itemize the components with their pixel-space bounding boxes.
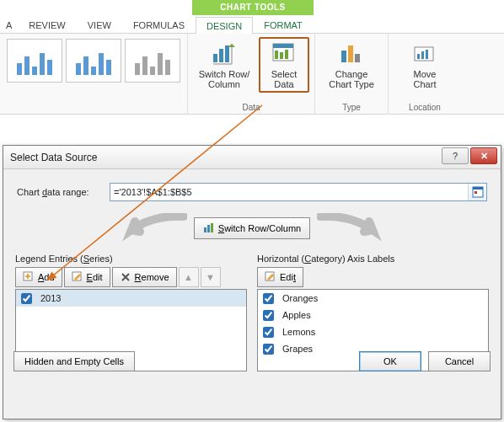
move-chart-button[interactable]: Move Chart bbox=[394, 37, 456, 93]
ribbon-tabs: A REVIEW VIEW FORMULAS DESIGN FORMAT bbox=[0, 15, 504, 34]
tab-truncated[interactable]: A bbox=[0, 16, 18, 33]
edit-icon bbox=[265, 271, 276, 283]
switch-row-column-label: Switch Row/ Column bbox=[199, 69, 250, 89]
edit-label: Edit bbox=[87, 272, 103, 282]
remove-label: Remove bbox=[135, 272, 169, 282]
change-chart-type-icon bbox=[338, 40, 365, 67]
chart-range-row: Chart data range: bbox=[17, 183, 487, 201]
legend-entries-title: Legend Entries (Series) bbox=[15, 254, 247, 264]
remove-series-button[interactable]: Remove bbox=[112, 267, 177, 287]
category-row[interactable]: Apples bbox=[258, 307, 488, 323]
add-label: Add bbox=[38, 272, 55, 282]
series-name: 2013 bbox=[40, 293, 61, 303]
svg-rect-1 bbox=[219, 49, 223, 62]
switch-row-column-button[interactable]: Switch Row/ Column bbox=[193, 37, 255, 93]
svg-rect-6 bbox=[280, 52, 283, 59]
tab-format[interactable]: FORMAT bbox=[253, 16, 314, 33]
chart-style-item[interactable] bbox=[7, 39, 62, 83]
edit-axis-button[interactable]: Edit bbox=[257, 267, 303, 287]
move-chart-label: Move Chart bbox=[414, 69, 437, 89]
arrow-left-decorative bbox=[120, 213, 187, 243]
close-icon: ✕ bbox=[480, 151, 488, 162]
switch-icon bbox=[203, 222, 215, 234]
svg-rect-23 bbox=[25, 275, 30, 277]
svg-rect-12 bbox=[417, 54, 420, 59]
svg-rect-14 bbox=[426, 50, 428, 59]
tab-view[interactable]: VIEW bbox=[77, 16, 122, 33]
svg-rect-4 bbox=[273, 44, 293, 48]
series-toolbar: Add Edit Remove ▲ ▼ bbox=[15, 267, 247, 287]
group-data: Switch Row/ Column Select Data Data bbox=[188, 34, 315, 115]
svg-rect-7 bbox=[285, 50, 288, 59]
group-type-label: Type bbox=[342, 101, 361, 115]
range-picker-button[interactable] bbox=[468, 184, 486, 200]
svg-rect-8 bbox=[341, 51, 346, 62]
help-button[interactable]: ? bbox=[442, 147, 469, 164]
svg-rect-10 bbox=[355, 54, 360, 62]
switch-row-column-icon bbox=[211, 40, 238, 67]
move-up-button: ▲ bbox=[179, 267, 199, 287]
ribbon-body: Switch Row/ Column Select Data Data Ch bbox=[0, 34, 504, 115]
change-chart-type-label: Change Chart Type bbox=[329, 69, 374, 89]
series-row[interactable]: 2013 bbox=[16, 290, 246, 307]
chart-tools-header: CHART TOOLS bbox=[192, 0, 314, 15]
category-checkbox[interactable] bbox=[263, 310, 274, 321]
add-icon bbox=[23, 271, 35, 283]
add-series-button[interactable]: Add bbox=[15, 267, 62, 287]
chevron-down-icon: ▼ bbox=[206, 272, 215, 282]
svg-rect-2 bbox=[225, 45, 229, 62]
hidden-empty-cells-button[interactable]: Hidden and Empty Cells bbox=[13, 351, 135, 371]
tab-formulas[interactable]: FORMULAS bbox=[122, 16, 196, 33]
group-type: Change Chart Type Type bbox=[315, 34, 389, 115]
svg-rect-16 bbox=[473, 187, 483, 190]
category-checkbox[interactable] bbox=[263, 293, 274, 304]
edit-icon bbox=[72, 271, 83, 283]
move-down-button: ▼ bbox=[201, 267, 221, 287]
category-checkbox[interactable] bbox=[263, 327, 274, 338]
dialog-titlebar[interactable]: Select Data Source ? ✕ bbox=[3, 146, 501, 169]
svg-rect-19 bbox=[207, 225, 210, 232]
ok-button[interactable]: OK bbox=[359, 351, 421, 371]
select-data-label: Select Data bbox=[271, 69, 298, 89]
edit-series-button[interactable]: Edit bbox=[64, 267, 110, 287]
chart-style-gallery[interactable] bbox=[5, 37, 182, 84]
svg-rect-9 bbox=[348, 45, 353, 62]
group-label bbox=[93, 101, 95, 115]
select-data-source-dialog: Select Data Source ? ✕ Chart data range:… bbox=[3, 145, 501, 419]
dialog-title: Select Data Source bbox=[10, 152, 97, 163]
remove-icon bbox=[120, 271, 131, 283]
svg-rect-18 bbox=[204, 227, 206, 232]
svg-rect-13 bbox=[421, 51, 424, 59]
category-name: Lemons bbox=[282, 327, 315, 337]
arrow-right-decorative bbox=[317, 213, 384, 243]
chart-range-input[interactable] bbox=[110, 184, 468, 200]
svg-rect-17 bbox=[475, 191, 477, 194]
range-picker-icon bbox=[472, 186, 484, 198]
change-chart-type-button[interactable]: Change Chart Type bbox=[320, 37, 383, 93]
switch-row-column-label: Switch Row/Column bbox=[218, 223, 301, 233]
switch-row: Switch Row/Column bbox=[13, 213, 491, 243]
chart-style-item[interactable] bbox=[125, 39, 180, 83]
group-location: Move Chart Location bbox=[389, 34, 461, 115]
svg-rect-5 bbox=[275, 51, 278, 59]
axis-toolbar: Edit bbox=[257, 267, 489, 287]
tab-review[interactable]: REVIEW bbox=[18, 16, 76, 33]
category-row[interactable]: Lemons bbox=[258, 323, 488, 340]
group-location-label: Location bbox=[409, 101, 441, 115]
series-checkbox[interactable] bbox=[21, 293, 32, 304]
help-icon: ? bbox=[453, 151, 458, 161]
select-data-button[interactable]: Select Data bbox=[259, 37, 309, 93]
chevron-up-icon: ▲ bbox=[184, 272, 193, 282]
cancel-button[interactable]: Cancel bbox=[428, 351, 491, 371]
group-data-label: Data bbox=[242, 101, 260, 115]
tab-design[interactable]: DESIGN bbox=[196, 17, 253, 34]
category-row[interactable]: Oranges bbox=[258, 290, 488, 307]
select-data-icon bbox=[271, 40, 298, 67]
category-name: Apples bbox=[282, 310, 311, 320]
ribbon: CHART TOOLS A REVIEW VIEW FORMULAS DESIG… bbox=[0, 0, 504, 135]
dialog-body: Chart data range: Switch Row/Column bbox=[3, 169, 501, 380]
switch-row-column-dialog-button[interactable]: Switch Row/Column bbox=[194, 217, 310, 239]
chart-style-item[interactable] bbox=[66, 39, 121, 83]
close-button[interactable]: ✕ bbox=[470, 147, 497, 164]
move-chart-icon bbox=[411, 40, 438, 67]
